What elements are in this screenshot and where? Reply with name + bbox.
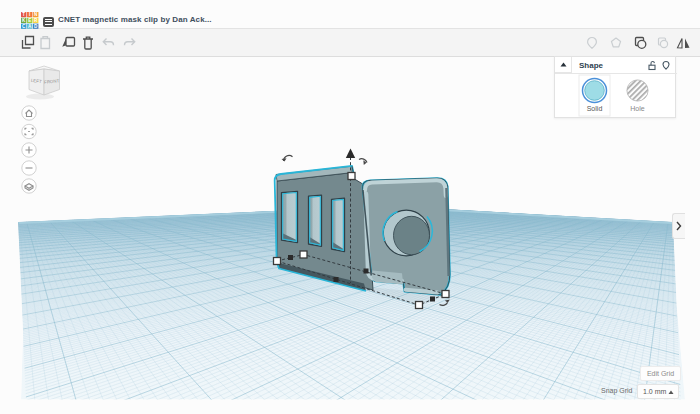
svg-text:T: T <box>22 12 25 17</box>
svg-text:I: I <box>29 12 30 17</box>
svg-text:E: E <box>28 18 31 23</box>
svg-text:Solid: Solid <box>587 105 603 112</box>
svg-text:Hole: Hole <box>630 105 645 112</box>
